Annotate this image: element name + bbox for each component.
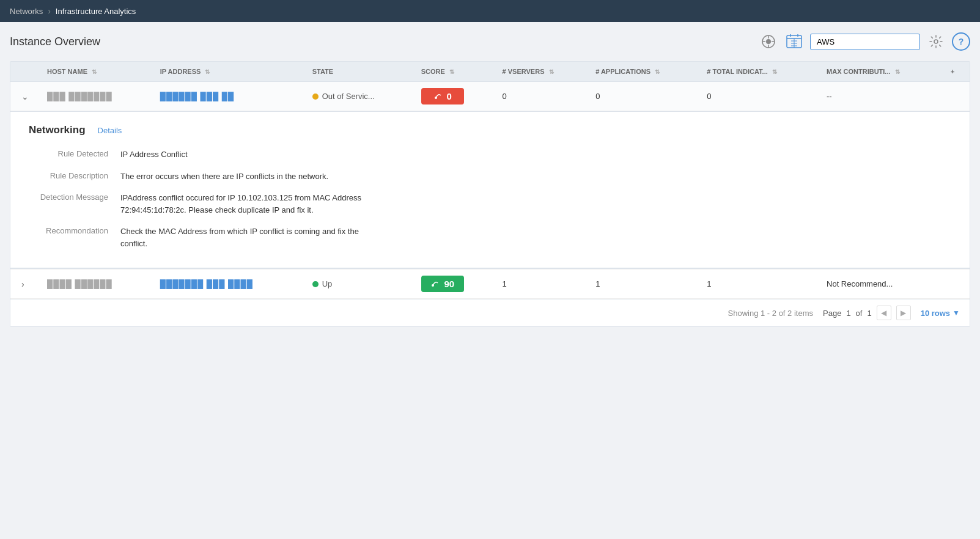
col-hostname[interactable]: HOST NAME ⇅: [40, 62, 153, 82]
row2-expand-button[interactable]: ›: [18, 278, 28, 290]
svg-point-14: [934, 40, 938, 43]
row2-score-icon: [430, 278, 440, 290]
row1-ip[interactable]: ██████ ███ ██: [160, 92, 235, 101]
row1-contribution-cell: --: [819, 82, 943, 111]
row2-vservers: 1: [503, 279, 507, 288]
row2-score-badge: 90: [421, 276, 464, 292]
col-ip[interactable]: IP ADDRESS ⇅: [153, 62, 305, 82]
row2-expand-cell: ›: [10, 270, 40, 299]
col-state[interactable]: STATE: [305, 62, 414, 82]
radial-icon-button[interactable]: [759, 32, 778, 51]
detail-panel-row: Networking Details Rule Detected IP Addr…: [10, 111, 970, 270]
row1-indicators: 0: [707, 92, 711, 101]
gear-icon: [929, 34, 943, 49]
row1-ip-cell: ██████ ███ ██: [153, 82, 305, 111]
col-state-label: STATE: [312, 68, 333, 75]
data-table: HOST NAME ⇅ IP ADDRESS ⇅ STATE SCORE ⇅: [10, 62, 970, 299]
col-ip-label: IP ADDRESS: [160, 68, 201, 75]
detail-row-rule-detected: Rule Detected IP Address Conflict: [29, 148, 951, 161]
help-button[interactable]: ?: [952, 32, 970, 51]
pagination-page-label: Page: [823, 309, 841, 318]
row2-hostname-cell: ████ ██████: [40, 270, 153, 299]
calendar-icon-button[interactable]: [784, 32, 804, 51]
row1-score-badge: 0: [421, 88, 464, 105]
table-body: ⌄ ███ ███████ ██████ ███ ██ Out of Servi…: [10, 82, 970, 299]
col-hostname-sort: ⇅: [92, 68, 97, 75]
header-row: Instance Overview: [10, 32, 970, 51]
row1-state-label: Out of Servic...: [322, 92, 375, 101]
col-vservers[interactable]: # VSERVERS ⇅: [495, 62, 589, 82]
row2-ip[interactable]: ███████ ███ ████: [160, 279, 253, 288]
col-expand: [10, 62, 40, 82]
row2-ip-cell: ███████ ███ ████: [153, 270, 305, 299]
row1-expand-cell: ⌄: [10, 82, 40, 111]
row2-applications-cell: 1: [588, 270, 699, 299]
row1-vservers: 0: [503, 92, 507, 101]
calendar-icon: [786, 33, 803, 50]
detail-rows: Rule Detected IP Address Conflict Rule D…: [29, 148, 951, 249]
search-input[interactable]: [810, 34, 920, 50]
row1-indicators-cell: 0: [699, 82, 819, 111]
rows-per-page-select[interactable]: 10 rows ▼: [921, 309, 960, 318]
col-indicators[interactable]: # TOTAL INDICAT... ⇅: [699, 62, 819, 82]
radial-icon: [761, 34, 776, 50]
col-applications[interactable]: # APPLICATIONS ⇅: [588, 62, 699, 82]
row2-score-value: 90: [444, 279, 454, 289]
page-title: Instance Overview: [10, 35, 100, 48]
pagination-showing: Showing 1 - 2 of 2 items: [728, 309, 813, 318]
pagination-prev-button[interactable]: ◀: [877, 306, 891, 320]
row1-expand-button[interactable]: ⌄: [18, 90, 32, 103]
recommendation-value: Check the MAC Address from which IP conf…: [120, 226, 365, 249]
row1-state-dot: [312, 94, 319, 100]
pagination-next-button[interactable]: ▶: [896, 306, 911, 320]
rows-per-page-label: 10 rows: [921, 309, 950, 318]
recommendation-label: Recommondation: [29, 226, 108, 249]
rule-detected-value: IP Address Conflict: [120, 148, 188, 161]
pagination-total: 1: [867, 309, 871, 318]
row2-vservers-cell: 1: [495, 270, 589, 299]
detail-panel-cell: Networking Details Rule Detected IP Addr…: [10, 111, 970, 270]
row2-hostname: ████ ██████: [47, 279, 112, 288]
col-vservers-label: # VSERVERS: [503, 68, 545, 75]
row2-contribution-cell: Not Recommend...: [819, 270, 943, 299]
row1-applications: 0: [595, 92, 600, 101]
top-navigation: Networks › Infrastructure Analytics: [0, 0, 980, 22]
pagination-page-current: 1: [846, 309, 850, 318]
row2-indicators: 1: [707, 279, 711, 288]
row2-score-cell: 90: [414, 270, 495, 299]
add-column-button[interactable]: +: [943, 62, 970, 82]
row1-state-badge: Out of Servic...: [312, 92, 407, 101]
rows-per-page-chevron: ▼: [952, 309, 960, 317]
detail-panel-header: Networking Details: [29, 124, 951, 136]
pagination-of: of: [856, 309, 863, 318]
svg-point-16: [432, 284, 434, 287]
row1-hostname: ███ ███████: [47, 92, 112, 101]
col-score-sort: ⇅: [449, 68, 454, 75]
nav-parent[interactable]: Networks: [10, 7, 43, 16]
row2-extra-cell: [943, 270, 970, 299]
col-contribution[interactable]: MAX CONTRIBUTI... ⇅: [819, 62, 943, 82]
main-content: Instance Overview: [0, 22, 980, 539]
svg-point-15: [435, 97, 437, 99]
row1-vservers-cell: 0: [495, 82, 589, 111]
row2-state-cell: Up: [305, 270, 414, 299]
header-controls: ?: [759, 32, 970, 51]
row1-score-cell: 0: [414, 82, 495, 111]
detail-row-rule-description: Rule Description The error occurs when t…: [29, 170, 951, 183]
col-score-label: SCORE: [421, 68, 445, 75]
pagination-row: Showing 1 - 2 of 2 items Page 1 of 1 ◀ ▶…: [10, 299, 970, 326]
col-score[interactable]: SCORE ⇅: [414, 62, 495, 82]
detail-row-detection-message: Detection Message IPAddress conflict occ…: [29, 192, 951, 216]
table-row: › ████ ██████ ███████ ███ ████ Up: [10, 270, 970, 299]
svg-point-1: [766, 39, 771, 44]
col-contribution-sort: ⇅: [895, 68, 900, 75]
row2-indicators-cell: 1: [699, 270, 819, 299]
col-hostname-label: HOST NAME: [47, 68, 87, 75]
detail-link[interactable]: Details: [98, 126, 122, 135]
nav-current: Infrastructure Analytics: [56, 7, 136, 16]
row2-applications: 1: [595, 279, 600, 288]
settings-button[interactable]: [926, 32, 946, 51]
row2-state-dot: [312, 281, 319, 287]
row2-contribution: Not Recommend...: [827, 279, 893, 288]
row1-score-value: 0: [447, 91, 452, 101]
